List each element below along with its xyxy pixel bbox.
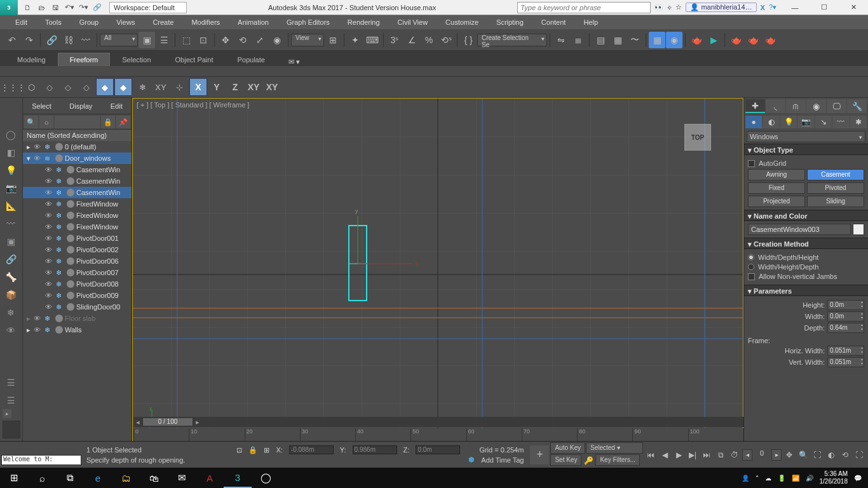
vp-pan-icon[interactable]: ✥ <box>783 449 796 461</box>
ribbon-selection[interactable]: Selection <box>110 53 163 66</box>
face-snap-icon[interactable]: ◆ <box>96 78 114 96</box>
selection-filter-combo[interactable]: All <box>100 34 138 46</box>
freeze-icon[interactable]: ❄ <box>56 257 65 266</box>
se-menu1-icon[interactable]: ☰ <box>0 374 22 391</box>
connect-icon[interactable]: ⟡ <box>667 3 672 11</box>
schematic-view-button[interactable]: ▦ <box>649 32 665 48</box>
menu-civilview[interactable]: Civil View <box>389 15 437 29</box>
ribbon-populate[interactable]: Populate <box>225 53 276 66</box>
tree-row[interactable]: 👁❄FixedWindow <box>23 198 132 210</box>
cmd-sub-lights[interactable]: 💡 <box>780 116 797 128</box>
menu-edit[interactable]: Edit <box>6 15 36 29</box>
maximize-button[interactable]: ☐ <box>810 0 839 15</box>
menu-scripting[interactable]: Scripting <box>487 15 532 29</box>
viewport-top[interactable]: [ + ] [ Top ] [ Standard ] [ Wireframe ] <box>132 98 743 451</box>
se-tab-display[interactable]: Display <box>69 102 92 110</box>
visibility-icon[interactable]: 👁 <box>45 246 54 254</box>
render-cloud-button[interactable]: 🫖 <box>762 32 778 48</box>
axis-xy2-button[interactable]: XY <box>263 78 281 96</box>
axis-x-button[interactable]: X <box>189 78 207 96</box>
viewcube[interactable]: TOP <box>684 124 711 151</box>
window-crossing-button[interactable]: ⊡ <box>195 32 212 48</box>
coord-icon[interactable]: ⊞ <box>264 446 269 454</box>
x-coord-input[interactable]: -0.088m <box>289 445 334 454</box>
select-object-button[interactable]: ▣ <box>139 32 155 48</box>
width-spinner[interactable]: 0.0m <box>827 311 864 322</box>
z-coord-input[interactable]: 0.0m <box>416 445 460 454</box>
menu-content[interactable]: Content <box>532 15 575 29</box>
menu-customize[interactable]: Customize <box>437 15 487 29</box>
scale-button[interactable]: ⤢ <box>252 32 268 48</box>
maxscript-listener[interactable]: Welcome to M: <box>1 455 81 465</box>
menu-animation[interactable]: Animation <box>229 15 278 29</box>
depth-spinner[interactable]: 0.64m <box>827 323 864 333</box>
pivot-center-button[interactable]: ⊞ <box>325 32 341 48</box>
vwidth-spinner[interactable]: 0.051m <box>827 357 864 367</box>
tray-onedrive-icon[interactable]: ☁ <box>765 475 771 482</box>
tree-row[interactable]: 👁❄CasementWin <box>23 187 132 198</box>
cmd-tab-utilities[interactable]: 🔧 <box>847 99 867 113</box>
cmd-tab-modify[interactable]: ◟ <box>766 99 785 113</box>
lock-icon[interactable]: 🔒 <box>248 446 257 454</box>
placement-button[interactable]: ◉ <box>269 32 285 48</box>
cmd-sub-systems[interactable]: ✱ <box>850 116 867 128</box>
cmd-sub-cameras[interactable]: 📷 <box>797 116 814 128</box>
cmd-sub-shapes[interactable]: ◐ <box>763 116 779 128</box>
tree-row[interactable]: ▸👁❄0 (default) <box>23 141 132 152</box>
current-frame-input[interactable]: 0 <box>753 449 771 461</box>
ribbon-envelope-icon[interactable]: ✉ ▾ <box>288 58 300 66</box>
objtype-pivoted-button[interactable]: Pivoted <box>807 182 864 194</box>
hwidth-spinner[interactable]: 0.051m <box>827 346 864 356</box>
freeze-icon[interactable]: ❄ <box>56 177 65 186</box>
mini-viewport-thumb[interactable] <box>3 421 20 438</box>
edge-icon[interactable]: e <box>84 468 112 488</box>
redo-icon[interactable]: ↷▾ <box>76 1 90 15</box>
user-account-chip[interactable]: 👤 manibhleria14… <box>686 3 756 12</box>
workspace-combo[interactable]: Workspace: Default <box>109 2 187 13</box>
cmd-sub-spacewarps[interactable]: 〰 <box>832 116 849 128</box>
freeze-icon[interactable]: ❄ <box>56 166 65 174</box>
se-geometry-icon[interactable]: ◧ <box>0 144 22 161</box>
app-logo[interactable]: 3 <box>0 0 18 15</box>
freeze-icon[interactable]: ❄ <box>56 189 65 197</box>
tree-row[interactable]: 👁❄PivotDoor009 <box>23 290 132 301</box>
time-slider[interactable]: ◂ 0 / 100 ▸ <box>133 417 743 427</box>
set-key-big-button[interactable]: + <box>530 445 549 464</box>
scene-list-header[interactable]: Name (Sorted Ascending) <box>23 130 132 141</box>
object-name-input[interactable] <box>748 224 851 235</box>
rollout-object-type[interactable]: ▾ Object Type <box>744 144 868 155</box>
visibility-icon[interactable]: 👁 <box>45 200 54 208</box>
objtype-casement-button[interactable]: Casement <box>807 169 864 180</box>
tree-row[interactable]: 👁❄FixedWindow <box>23 221 132 233</box>
tree-row[interactable]: 👁❄CasementWin <box>23 175 132 187</box>
open-icon[interactable]: 🗁 <box>34 1 48 15</box>
render-setup-button[interactable]: 🫖 <box>688 32 705 48</box>
3dsmax-taskbar-icon[interactable]: 3 <box>224 468 252 488</box>
snap-freeze-icon[interactable]: ❄ <box>133 78 151 96</box>
toggle-ribbon-button[interactable]: ▦ <box>609 32 626 48</box>
se-display-all-icon[interactable]: ◯ <box>0 126 22 144</box>
menu-tools[interactable]: Tools <box>36 15 71 29</box>
rollout-creation-method[interactable]: ▾ Creation Method <box>744 238 868 249</box>
menu-create[interactable]: Create <box>144 15 182 29</box>
cmd-category-combo[interactable]: Windows <box>747 131 865 142</box>
tray-people-icon[interactable]: 👤 <box>742 475 749 482</box>
taskview-icon[interactable]: ⧉ <box>56 468 84 488</box>
visibility-icon[interactable]: 👁 <box>45 212 54 219</box>
redo-button[interactable]: ↷ <box>21 32 37 48</box>
freeze-icon[interactable]: ❄ <box>44 143 53 151</box>
cmd-sub-geometry[interactable]: ● <box>745 116 762 128</box>
timeslider-knob[interactable]: 0 / 100 <box>142 417 193 426</box>
freeze-icon[interactable]: ❄ <box>44 326 53 334</box>
xy2-icon[interactable]: ⊹ <box>170 78 188 96</box>
freeze-icon[interactable]: ❄ <box>56 292 65 300</box>
new-icon[interactable]: 🗋 <box>20 1 34 15</box>
timeslider-next-icon[interactable]: ▸ <box>193 418 202 426</box>
layer-explorer-button[interactable]: ▤ <box>592 32 609 48</box>
menu-views[interactable]: Views <box>107 15 144 29</box>
tree-row[interactable]: 👁❄CasementWin <box>23 164 132 175</box>
unlink-button[interactable]: ⛓ <box>60 32 77 48</box>
rollout-name-color[interactable]: ▾ Name and Color <box>744 210 868 221</box>
render-frame-button[interactable]: ▶ <box>705 32 722 48</box>
se-containers-icon[interactable]: 📦 <box>0 286 22 304</box>
